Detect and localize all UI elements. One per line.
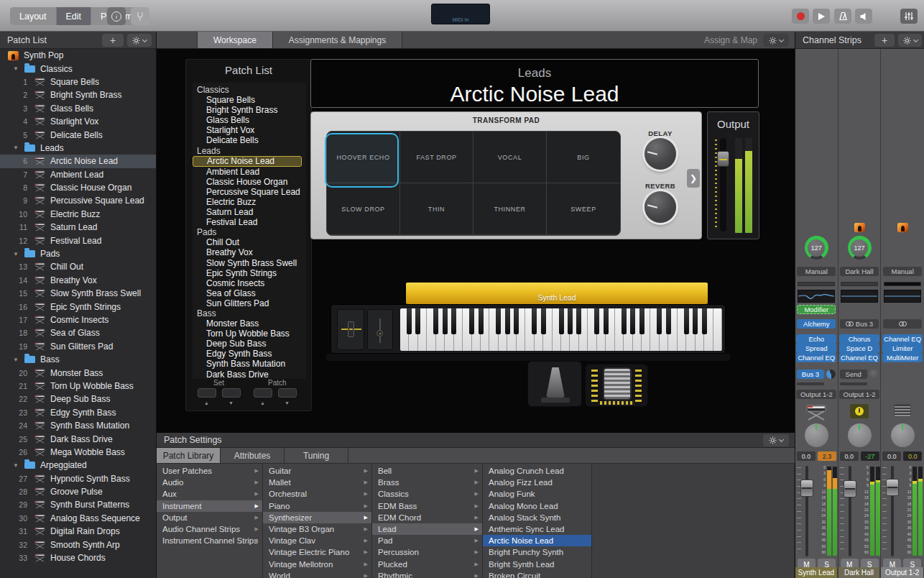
black-key[interactable] bbox=[541, 308, 546, 334]
patch-row[interactable]: 10Electric Buzz bbox=[0, 208, 156, 221]
patch-digit-button[interactable] bbox=[278, 388, 297, 398]
channel-setting-button[interactable]: Manual bbox=[881, 267, 924, 276]
library-item[interactable]: Guitar▶ bbox=[263, 465, 371, 477]
library-item[interactable]: Bright Punchy Synth bbox=[483, 546, 591, 558]
pan-value[interactable]: 0.0 bbox=[797, 451, 816, 461]
black-key[interactable] bbox=[407, 308, 412, 334]
pan-value[interactable]: 0.0 bbox=[882, 451, 901, 461]
library-item[interactable]: Brass▶ bbox=[372, 477, 482, 488]
black-key[interactable] bbox=[443, 308, 448, 334]
patch-list-item[interactable]: Electric Buzz bbox=[193, 197, 306, 207]
patch-row[interactable]: 6Arctic Noise Lead bbox=[0, 155, 156, 168]
library-item[interactable]: Rhythmic▶ bbox=[372, 570, 482, 578]
patch-row[interactable]: 32Smooth Synth Arp bbox=[0, 538, 156, 551]
tuner-button[interactable] bbox=[131, 7, 149, 25]
eq-thumbnail[interactable] bbox=[795, 290, 838, 303]
library-item[interactable]: Audio▶ bbox=[157, 477, 262, 488]
patch-list-item[interactable]: Festival Lead bbox=[193, 217, 306, 227]
patch-row[interactable]: 29Synth Burst Patterns bbox=[0, 498, 156, 511]
library-item[interactable]: Lead▶ bbox=[372, 523, 482, 535]
eq-thumbnail[interactable] bbox=[881, 290, 924, 303]
library-item[interactable]: Classics▶ bbox=[372, 488, 482, 500]
patch-list-item[interactable]: Classic House Organ bbox=[193, 177, 306, 187]
patch-row[interactable]: 28Groove Pulse bbox=[0, 485, 156, 498]
channel-setting-button[interactable]: Dark Hall bbox=[838, 267, 881, 276]
patch-row[interactable]: 25Dark Bass Drive bbox=[0, 432, 156, 445]
library-item[interactable]: Analog Crunch Lead bbox=[483, 465, 591, 477]
patch-row[interactable]: 12Festival Lead bbox=[0, 234, 156, 247]
library-item[interactable]: Piano▶ bbox=[263, 500, 371, 512]
patch-row[interactable]: 16Epic Synth Strings bbox=[0, 300, 156, 313]
volume-fader[interactable] bbox=[882, 464, 901, 558]
channel-strip-name[interactable]: Output 1-2 bbox=[881, 567, 924, 578]
black-key[interactable] bbox=[666, 308, 671, 334]
patch-row[interactable]: 3Glass Bells bbox=[0, 102, 156, 115]
transform-pad-cell[interactable]: THIN bbox=[400, 183, 473, 235]
effect-slot-button[interactable]: Spread bbox=[795, 344, 838, 353]
black-key[interactable] bbox=[451, 308, 456, 334]
channel-strip-name[interactable]: Dark Hall bbox=[838, 567, 881, 578]
patch-list-item[interactable]: Slow Synth Brass Swell bbox=[193, 258, 306, 268]
patch-row[interactable]: 21Torn Up Wobble Bass bbox=[0, 380, 156, 393]
patch-list-item[interactable]: Cosmic Insects bbox=[193, 278, 306, 288]
patch-row[interactable]: 4Starlight Vox bbox=[0, 115, 156, 128]
tab-attributes[interactable]: Attributes bbox=[221, 448, 285, 463]
transform-pad-cell[interactable]: BIG bbox=[547, 132, 620, 183]
patch-list-item[interactable]: Delicate Bells bbox=[193, 135, 306, 145]
play-button[interactable] bbox=[813, 9, 830, 24]
library-item[interactable]: Output▶ bbox=[157, 512, 262, 523]
patch-up-button[interactable]: ▲ bbox=[260, 400, 265, 405]
output-slot-button[interactable]: Output 1-2 bbox=[838, 390, 881, 399]
patch-row[interactable]: 15Slow Synth Brass Swell bbox=[0, 287, 156, 300]
effect-slot-button[interactable]: Echo bbox=[795, 334, 838, 344]
fader-cap[interactable] bbox=[886, 479, 899, 496]
expression-wheel[interactable] bbox=[585, 364, 648, 407]
black-key[interactable] bbox=[604, 308, 609, 334]
patch-row[interactable]: 8Classic House Organ bbox=[0, 181, 156, 194]
patch-list-item[interactable]: Arctic Noise Lead bbox=[193, 156, 302, 167]
output-fader[interactable] bbox=[717, 151, 729, 167]
patch-row[interactable]: 13Chill Out bbox=[0, 260, 156, 273]
library-item[interactable]: Broken Circuit bbox=[483, 570, 591, 578]
patch-list-item[interactable]: Breathy Vox bbox=[193, 247, 306, 257]
patch-list-item[interactable]: Torn Up Wobble Bass bbox=[193, 329, 306, 339]
add-channel-strip-button[interactable]: + bbox=[874, 34, 895, 47]
volume-fader[interactable] bbox=[797, 464, 816, 558]
modulation-control[interactable] bbox=[337, 309, 364, 350]
black-key[interactable] bbox=[639, 308, 645, 334]
library-item[interactable]: Analog Funk bbox=[483, 488, 591, 500]
patch-list-item[interactable]: Starlight Vox bbox=[193, 125, 306, 135]
patch-row[interactable]: 2Bright Synth Brass bbox=[0, 88, 156, 101]
disclosure-triangle-icon[interactable]: ▼ bbox=[13, 251, 22, 257]
patch-row[interactable]: 23Edgy Synth Bass bbox=[0, 406, 156, 419]
library-item[interactable]: Arctic Noise Lead bbox=[483, 535, 591, 546]
effect-slot-button[interactable]: MultiMeter bbox=[881, 353, 924, 362]
patch-row[interactable]: 24Synth Bass Mutation bbox=[0, 419, 156, 432]
send-slot[interactable]: Bus 3 bbox=[795, 370, 838, 379]
mode-button-layout[interactable]: Layout bbox=[10, 7, 57, 25]
disclosure-triangle-icon[interactable]: ▼ bbox=[13, 144, 22, 151]
patch-row[interactable]: 26Mega Wobble Bass bbox=[0, 446, 156, 459]
patch-list-item[interactable]: Percussive Square Lead bbox=[193, 187, 306, 197]
patch-list-item[interactable]: Monster Bass bbox=[193, 318, 306, 329]
patch-list-item[interactable]: Edgy Synth Bass bbox=[193, 349, 306, 359]
library-item[interactable]: Percussion▶ bbox=[372, 546, 482, 558]
set-digit-button[interactable] bbox=[222, 388, 241, 398]
patch-row[interactable]: 18Sea of Glass bbox=[0, 326, 156, 339]
disclosure-triangle-icon[interactable]: ▼ bbox=[13, 462, 22, 469]
mode-button-edit[interactable]: Edit bbox=[57, 7, 92, 25]
pan-knob[interactable] bbox=[881, 423, 924, 447]
black-key[interactable] bbox=[630, 308, 635, 334]
black-key[interactable] bbox=[576, 308, 581, 334]
black-key[interactable] bbox=[684, 308, 689, 334]
library-item[interactable]: Aux▶ bbox=[157, 488, 262, 500]
library-item[interactable]: Instrument▶ bbox=[157, 500, 262, 512]
folder-row[interactable]: ▼Classics bbox=[0, 62, 156, 75]
sustain-pedal[interactable] bbox=[527, 361, 582, 407]
volume-value[interactable]: -27 bbox=[861, 451, 879, 461]
patch-row[interactable]: 11Saturn Lead bbox=[0, 221, 156, 234]
library-item[interactable]: EDM Chord▶ bbox=[372, 512, 482, 523]
black-key[interactable] bbox=[702, 308, 707, 334]
send-slot[interactable]: Send bbox=[838, 370, 881, 379]
library-item[interactable]: Plucked▶ bbox=[372, 559, 482, 570]
